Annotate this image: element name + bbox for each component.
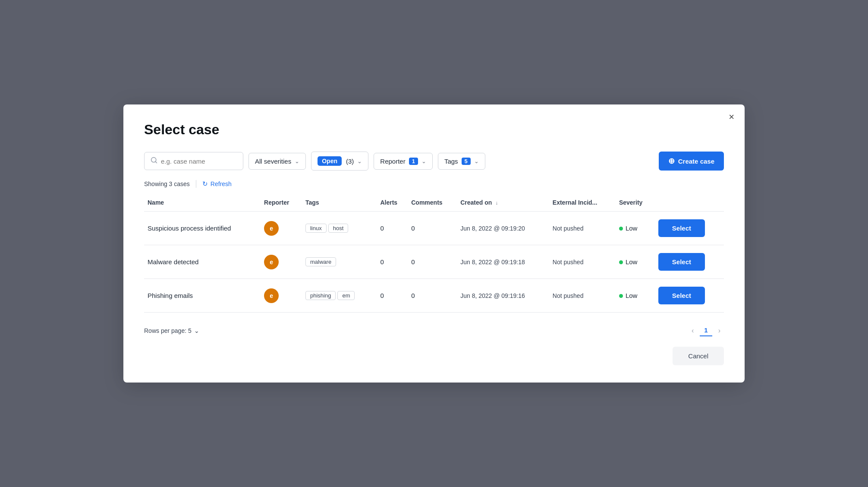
comments-cell: 0	[408, 212, 457, 245]
col-tags: Tags	[302, 195, 377, 212]
search-icon	[151, 157, 157, 165]
pagination: ‹ 1 ›	[688, 325, 724, 336]
modal-overlay: × Select case All severities ⌄ Open (3)	[0, 0, 868, 487]
select-button[interactable]: Select	[658, 287, 705, 304]
cancel-button[interactable]: Cancel	[673, 347, 724, 365]
avatar: e	[264, 288, 279, 303]
close-button[interactable]: ×	[729, 112, 734, 122]
footer-row: Rows per page: 5 ⌄ ‹ 1 ›	[144, 325, 724, 336]
tag-chip: malware	[305, 257, 336, 266]
tags-cell: malware	[302, 245, 377, 279]
search-box[interactable]	[144, 152, 243, 170]
divider	[196, 180, 196, 188]
reporter-cell: e	[261, 279, 302, 313]
tags-cell: linuxhost	[302, 212, 377, 245]
table-row: Malware detectedemalware00Jun 8, 2022 @ …	[144, 245, 724, 279]
search-input[interactable]	[161, 158, 230, 165]
avatar: e	[264, 221, 279, 236]
chevron-down-icon: ⌄	[421, 158, 426, 164]
status-dropdown[interactable]: Open (3) ⌄	[311, 152, 368, 171]
refresh-button[interactable]: ↻ Refresh	[202, 180, 232, 188]
bottom-area: Rows per page: 5 ⌄ ‹ 1 › Cancel	[144, 313, 724, 365]
rows-per-page-selector[interactable]: Rows per page: 5 ⌄	[144, 327, 199, 334]
plus-circle-icon: ⊕	[668, 156, 675, 166]
select-button[interactable]: Select	[658, 219, 705, 237]
next-page-button[interactable]: ›	[715, 325, 724, 336]
select-case-modal: × Select case All severities ⌄ Open (3)	[123, 104, 745, 383]
reporter-dropdown[interactable]: Reporter 1 ⌄	[374, 153, 433, 170]
reporter-count-badge: 1	[409, 158, 418, 165]
severity-cell: Low	[616, 212, 655, 245]
col-reporter: Reporter	[261, 195, 302, 212]
chevron-down-icon: ⌄	[474, 158, 479, 164]
avatar: e	[264, 255, 279, 269]
filters-row: All severities ⌄ Open (3) ⌄ Reporter 1 ⌄…	[144, 152, 724, 171]
tags-count-badge: 5	[462, 158, 471, 165]
severity-dot-icon	[619, 260, 623, 264]
reporter-cell: e	[261, 212, 302, 245]
chevron-down-icon: ⌄	[295, 158, 299, 164]
external-incident-cell: Not pushed	[549, 245, 616, 279]
tags-dropdown[interactable]: Tags 5 ⌄	[438, 153, 485, 170]
case-name-cell: Suspicious process identified	[144, 212, 261, 245]
table-row: Suspicious process identifiedelinuxhost0…	[144, 212, 724, 245]
case-name-cell: Malware detected	[144, 245, 261, 279]
reporter-cell: e	[261, 245, 302, 279]
sort-arrow-icon: ↓	[495, 200, 498, 206]
cases-table: Name Reporter Tags Alerts Comments Creat…	[144, 195, 724, 313]
severity-dropdown[interactable]: All severities ⌄	[248, 153, 306, 170]
col-created[interactable]: Created on ↓	[457, 195, 549, 212]
col-alerts: Alerts	[377, 195, 408, 212]
external-incident-cell: Not pushed	[549, 212, 616, 245]
severity-cell: Low	[616, 279, 655, 313]
comments-cell: 0	[408, 245, 457, 279]
col-severity: Severity	[616, 195, 655, 212]
chevron-down-icon: ⌄	[357, 158, 362, 164]
created-cell: Jun 8, 2022 @ 09:19:18	[457, 245, 549, 279]
tag-chip: linux	[305, 224, 327, 233]
svg-line-1	[155, 161, 157, 163]
created-cell: Jun 8, 2022 @ 09:19:16	[457, 279, 549, 313]
col-comments: Comments	[408, 195, 457, 212]
severity-dot-icon	[619, 294, 623, 298]
table-row: Phishing emailsephishingem00Jun 8, 2022 …	[144, 279, 724, 313]
select-cell: Select	[655, 279, 724, 313]
chevron-down-icon: ⌄	[194, 327, 199, 334]
select-cell: Select	[655, 245, 724, 279]
alerts-cell: 0	[377, 279, 408, 313]
alerts-cell: 0	[377, 212, 408, 245]
comments-cell: 0	[408, 279, 457, 313]
case-name-cell: Phishing emails	[144, 279, 261, 313]
prev-page-button[interactable]: ‹	[688, 325, 697, 336]
col-external: External Incid...	[549, 195, 616, 212]
select-button[interactable]: Select	[658, 253, 705, 271]
refresh-icon: ↻	[202, 180, 208, 188]
showing-count: Showing 3 cases	[144, 180, 190, 187]
status-badge: Open	[318, 156, 342, 166]
current-page[interactable]: 1	[700, 325, 712, 336]
showing-row: Showing 3 cases ↻ Refresh	[144, 180, 724, 188]
severity-cell: Low	[616, 245, 655, 279]
alerts-cell: 0	[377, 245, 408, 279]
severity-dot-icon	[619, 227, 623, 231]
external-incident-cell: Not pushed	[549, 279, 616, 313]
modal-title: Select case	[144, 122, 724, 138]
tag-chip: host	[328, 224, 349, 233]
tags-cell: phishingem	[302, 279, 377, 313]
create-case-button[interactable]: ⊕ Create case	[659, 152, 724, 171]
col-name: Name	[144, 195, 261, 212]
created-cell: Jun 8, 2022 @ 09:19:20	[457, 212, 549, 245]
select-cell: Select	[655, 212, 724, 245]
tag-chip: em	[337, 291, 355, 300]
tag-chip: phishing	[305, 291, 336, 300]
col-action	[655, 195, 724, 212]
